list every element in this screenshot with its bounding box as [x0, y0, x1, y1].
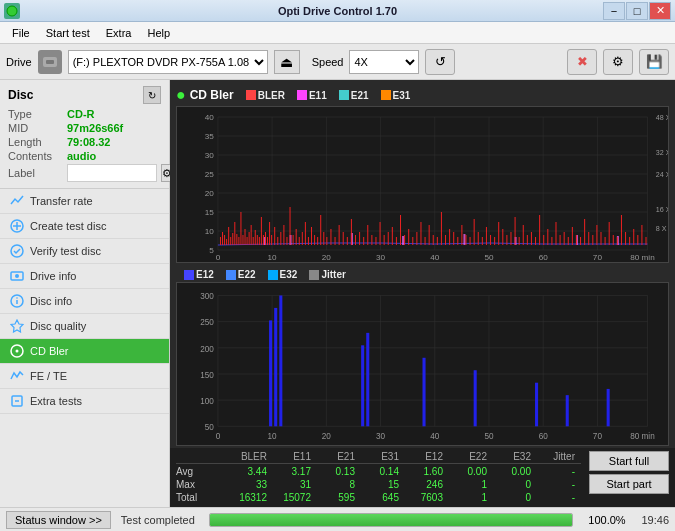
svg-rect-67: [224, 235, 225, 245]
status-text: Test completed: [121, 514, 195, 526]
legend-e12: E12: [184, 269, 214, 280]
drive-selector[interactable]: (F:) PLEXTOR DVDR PX-755A 1.08: [68, 50, 268, 74]
sidebar-item-verify-test-disc[interactable]: Verify test disc: [0, 239, 169, 264]
svg-rect-2: [46, 60, 54, 64]
svg-rect-175: [600, 232, 601, 245]
sidebar-item-drive-info[interactable]: Drive info: [0, 264, 169, 289]
svg-point-0: [7, 6, 17, 16]
stats-row-max-e21: 8: [317, 479, 361, 490]
svg-rect-115: [355, 235, 356, 245]
svg-rect-186: [645, 237, 646, 245]
svg-rect-141: [461, 225, 462, 245]
svg-rect-155: [519, 237, 520, 245]
svg-rect-146: [482, 237, 483, 245]
refresh-button[interactable]: ↺: [425, 49, 455, 75]
svg-rect-117: [363, 237, 364, 245]
svg-rect-156: [523, 225, 524, 245]
svg-rect-179: [617, 237, 618, 245]
svg-rect-183: [633, 229, 634, 245]
svg-rect-226: [566, 395, 569, 426]
disc-refresh-button[interactable]: ↻: [143, 86, 161, 104]
svg-rect-113: [347, 237, 348, 245]
svg-rect-123: [388, 232, 389, 245]
stats-row-total-e22: 1: [449, 492, 493, 503]
svg-rect-180: [621, 215, 622, 245]
svg-rect-114: [351, 219, 352, 245]
speed-selector[interactable]: 4X: [349, 50, 419, 74]
minimize-button[interactable]: −: [603, 2, 625, 20]
svg-rect-91: [274, 227, 275, 245]
svg-text:20: 20: [322, 253, 332, 262]
disc-label-input[interactable]: [67, 164, 157, 182]
svg-text:30: 30: [205, 151, 215, 160]
svg-text:80 min: 80 min: [630, 430, 655, 441]
stats-header-e32: E32: [493, 451, 537, 462]
start-full-button[interactable]: Start full: [589, 451, 669, 471]
svg-rect-152: [506, 235, 507, 245]
sidebar-item-disc-info[interactable]: Disc info: [0, 289, 169, 314]
sidebar-item-transfer-rate[interactable]: Transfer rate: [0, 189, 169, 214]
svg-text:60: 60: [539, 253, 549, 262]
svg-rect-143: [470, 237, 471, 245]
save-button[interactable]: 💾: [639, 49, 669, 75]
eject-button[interactable]: ⏏: [274, 50, 300, 74]
title-bar: Opti Drive Control 1.70 − □ ✕: [0, 0, 675, 22]
svg-rect-119: [371, 235, 372, 245]
stats-row-total-e12: 7603: [405, 492, 449, 503]
svg-rect-103: [311, 227, 312, 245]
svg-text:16 X: 16 X: [656, 206, 668, 214]
menu-help[interactable]: Help: [139, 25, 178, 41]
transfer-rate-icon: [10, 194, 24, 208]
svg-rect-128: [408, 229, 409, 245]
svg-rect-106: [320, 215, 321, 245]
stats-header-bler: BLER: [221, 451, 273, 462]
disc-quality-icon: [10, 319, 24, 333]
menu-extra[interactable]: Extra: [98, 25, 140, 41]
svg-rect-69: [228, 227, 229, 245]
sidebar-item-cd-bler[interactable]: CD Bler: [0, 339, 169, 364]
status-window-button[interactable]: Status window >>: [6, 511, 111, 529]
svg-rect-79: [249, 232, 250, 245]
svg-rect-150: [498, 222, 499, 245]
svg-rect-144: [474, 219, 475, 245]
svg-text:10: 10: [268, 430, 277, 441]
maximize-button[interactable]: □: [626, 2, 648, 20]
stats-header-e21: E21: [317, 451, 361, 462]
svg-rect-166: [564, 232, 565, 245]
svg-rect-158: [531, 232, 532, 245]
svg-rect-181: [625, 232, 626, 245]
svg-rect-185: [641, 225, 642, 245]
stats-row-avg-e22: 0.00: [449, 466, 493, 477]
sidebar-item-extra-tests[interactable]: Extra tests: [0, 389, 169, 414]
stats-row-total-label: Total: [176, 492, 221, 503]
clear-button[interactable]: ✖: [567, 49, 597, 75]
fe-te-icon: [10, 369, 24, 383]
sidebar-item-create-test-disc[interactable]: Create test disc: [0, 214, 169, 239]
disc-panel: Disc ↻ Type CD-R MID 97m26s66f Length 79…: [0, 80, 169, 189]
svg-rect-87: [265, 232, 266, 245]
svg-text:100: 100: [200, 395, 214, 406]
svg-rect-137: [445, 235, 446, 245]
stats-row-avg-e11: 3.17: [273, 466, 317, 477]
disc-label-label: Label: [8, 167, 63, 179]
svg-rect-178: [613, 235, 614, 245]
menu-file[interactable]: File: [4, 25, 38, 41]
create-disc-icon: [10, 219, 24, 233]
svg-rect-157: [527, 235, 528, 245]
sidebar-item-disc-quality[interactable]: Disc quality: [0, 314, 169, 339]
svg-text:40: 40: [430, 253, 440, 262]
svg-rect-172: [588, 232, 589, 245]
svg-rect-77: [245, 229, 246, 245]
svg-marker-12: [11, 320, 23, 332]
svg-rect-222: [366, 333, 369, 426]
sidebar-item-fe-te[interactable]: FE / TE: [0, 364, 169, 389]
legend-e31: E31: [381, 90, 411, 101]
svg-rect-112: [343, 232, 344, 245]
settings-button[interactable]: ⚙: [603, 49, 633, 75]
svg-rect-167: [568, 237, 569, 245]
start-part-button[interactable]: Start part: [589, 474, 669, 494]
main-layout: Disc ↻ Type CD-R MID 97m26s66f Length 79…: [0, 80, 675, 507]
close-button[interactable]: ✕: [649, 2, 671, 20]
menu-start-test[interactable]: Start test: [38, 25, 98, 41]
svg-text:50: 50: [484, 253, 494, 262]
